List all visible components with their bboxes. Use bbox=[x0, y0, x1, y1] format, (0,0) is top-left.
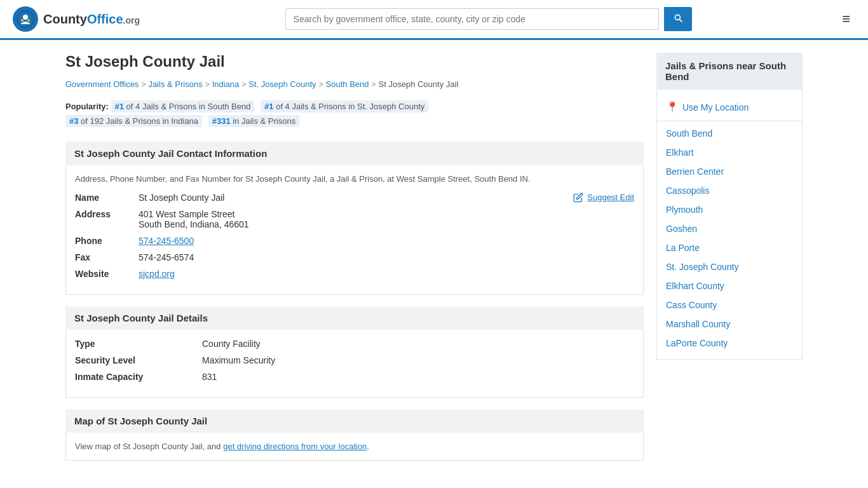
popularity-badge-2: #1 of 4 Jails & Prisons in St. Joseph Co… bbox=[261, 100, 428, 112]
fax-value: 574-245-6574 bbox=[139, 252, 634, 262]
details-section-header: St Joseph County Jail Details bbox=[65, 306, 644, 330]
capacity-label: Inmate Capacity bbox=[75, 372, 202, 382]
search-input[interactable] bbox=[285, 8, 659, 30]
suggest-edit-label: Suggest Edit bbox=[587, 193, 634, 202]
contact-description: Address, Phone Number, and Fax Number fo… bbox=[75, 174, 634, 184]
sidebar-link-goshen[interactable]: Goshen bbox=[657, 219, 802, 238]
breadcrumb-item-indiana[interactable]: Indiana bbox=[212, 79, 240, 89]
popularity-badge-1: #1 of 4 Jails & Prisons in South Bend bbox=[111, 100, 255, 112]
phone-value: 574-245-6500 bbox=[139, 236, 634, 246]
sidebar-link-elkhart-county[interactable]: Elkhart County bbox=[657, 276, 802, 295]
sidebar-link-cassopolis[interactable]: Cassopolis bbox=[657, 181, 802, 200]
breadcrumb-sep-3: > bbox=[241, 80, 246, 89]
logo-icon bbox=[13, 6, 38, 32]
sidebar-link-south-bend[interactable]: South Bend bbox=[657, 124, 802, 143]
contact-section-header: St Joseph County Jail Contact Informatio… bbox=[65, 142, 644, 165]
website-label: Website bbox=[75, 269, 139, 279]
map-desc-text: View map of St Joseph County Jail, and bbox=[75, 442, 221, 451]
breadcrumb-sep-5: > bbox=[372, 80, 376, 89]
svg-point-1 bbox=[23, 15, 28, 20]
security-value: Maximum Security bbox=[202, 355, 275, 365]
contact-section: St Joseph County Jail Contact Informatio… bbox=[65, 142, 644, 295]
sidebar-link-cass-county[interactable]: Cass County bbox=[657, 295, 802, 315]
sidebar-divider bbox=[657, 121, 802, 121]
address-value: 401 West Sample Street South Bend, India… bbox=[139, 209, 634, 229]
sidebar-link-la-porte[interactable]: La Porte bbox=[657, 238, 802, 257]
driving-directions-link[interactable]: get driving directions from your locatio… bbox=[223, 442, 367, 451]
fax-label: Fax bbox=[75, 252, 139, 262]
contact-address-row: Address 401 West Sample Street South Ben… bbox=[75, 209, 634, 229]
details-type-row: Type County Facility bbox=[75, 339, 634, 349]
sidebar-link-plymouth[interactable]: Plymouth bbox=[657, 200, 802, 219]
type-value: County Facility bbox=[202, 339, 261, 349]
sidebar-link-laporte-county[interactable]: LaPorte County bbox=[657, 334, 802, 353]
content-area: St Joseph County Jail Government Offices… bbox=[65, 53, 644, 461]
svg-point-2 bbox=[21, 19, 24, 22]
address-line2: South Bend, Indiana, 46601 bbox=[139, 219, 634, 229]
svg-point-3 bbox=[27, 19, 30, 22]
breadcrumb: Government Offices > Jails & Prisons > I… bbox=[65, 79, 644, 89]
contact-section-body: Address, Phone Number, and Fax Number fo… bbox=[65, 165, 644, 295]
breadcrumb-item-south-bend[interactable]: South Bend bbox=[326, 79, 369, 89]
suggest-edit-icon bbox=[573, 193, 583, 203]
breadcrumb-sep-4: > bbox=[319, 80, 323, 89]
name-label: Name bbox=[75, 193, 139, 203]
breadcrumb-item-st-joseph-county[interactable]: St. Joseph County bbox=[248, 79, 316, 89]
sidebar-link-marshall-county[interactable]: Marshall County bbox=[657, 315, 802, 334]
details-section: St Joseph County Jail Details Type Count… bbox=[65, 306, 644, 398]
map-section-body: View map of St Joseph County Jail, and g… bbox=[65, 433, 644, 461]
phone-label: Phone bbox=[75, 236, 139, 246]
use-location-label: Use My Location bbox=[682, 102, 749, 112]
search-area bbox=[285, 7, 692, 31]
popularity-section: Popularity: #1 of 4 Jails & Prisons in S… bbox=[65, 99, 644, 129]
type-label: Type bbox=[75, 339, 202, 349]
map-description: View map of St Joseph County Jail, and g… bbox=[75, 442, 634, 451]
contact-phone-row: Phone 574-245-6500 bbox=[75, 236, 634, 246]
details-section-body: Type County Facility Security Level Maxi… bbox=[65, 330, 644, 398]
breadcrumb-item-jails[interactable]: Jails & Prisons bbox=[148, 79, 202, 89]
popularity-badge-4: #331 in Jails & Prisons bbox=[208, 115, 300, 127]
contact-website-row: Website sjcpd.org bbox=[75, 269, 634, 279]
suggest-edit-link[interactable]: Suggest Edit bbox=[573, 193, 634, 203]
popularity-badge-3: #3 of 192 Jails & Prisons in Indiana bbox=[65, 115, 202, 127]
details-capacity-row: Inmate Capacity 831 bbox=[75, 372, 634, 382]
sidebar-link-elkhart[interactable]: Elkhart bbox=[657, 143, 802, 162]
capacity-value: 831 bbox=[202, 372, 217, 382]
website-value: sjcpd.org bbox=[139, 269, 634, 279]
map-section-header: Map of St Joseph County Jail bbox=[65, 409, 644, 433]
map-section: Map of St Joseph County Jail View map of… bbox=[65, 409, 644, 461]
name-left: Name St Joseph County Jail bbox=[75, 193, 224, 203]
phone-link[interactable]: 574-245-6500 bbox=[139, 236, 194, 246]
pin-icon: 📍 bbox=[666, 101, 679, 113]
menu-button[interactable]: ≡ bbox=[837, 8, 855, 30]
breadcrumb-item-gov-offices[interactable]: Government Offices bbox=[65, 79, 139, 89]
breadcrumb-sep-1: > bbox=[141, 80, 146, 89]
sidebar-header: Jails & Prisons near South Bend bbox=[656, 53, 803, 90]
details-security-row: Security Level Maximum Security bbox=[75, 355, 634, 365]
breadcrumb-item-current: St Joseph County Jail bbox=[379, 79, 459, 89]
website-link[interactable]: sjcpd.org bbox=[139, 269, 175, 279]
sidebar-body: 📍 Use My Location South Bend Elkhart Ber… bbox=[656, 90, 803, 360]
use-my-location-button[interactable]: 📍 Use My Location bbox=[657, 96, 802, 118]
popularity-label: Popularity: bbox=[65, 102, 109, 111]
breadcrumb-sep-2: > bbox=[205, 80, 210, 89]
security-label: Security Level bbox=[75, 355, 202, 365]
name-value: St Joseph County Jail bbox=[139, 193, 224, 203]
logo-text: CountyOffice.org bbox=[43, 12, 140, 27]
main-container: St Joseph County Jail Government Offices… bbox=[53, 53, 815, 461]
contact-fax-row: Fax 574-245-6574 bbox=[75, 252, 634, 262]
contact-name-row: Name St Joseph County Jail Suggest Edit bbox=[75, 193, 634, 203]
sidebar: Jails & Prisons near South Bend 📍 Use My… bbox=[656, 53, 803, 461]
sidebar-link-st-joseph-county[interactable]: St. Joseph County bbox=[657, 257, 802, 276]
address-line1: 401 West Sample Street bbox=[139, 209, 634, 219]
address-label: Address bbox=[75, 209, 139, 219]
page-title: St Joseph County Jail bbox=[65, 53, 644, 71]
sidebar-link-berrien-center[interactable]: Berrien Center bbox=[657, 162, 802, 181]
map-desc-end: . bbox=[367, 442, 369, 451]
site-header: CountyOffice.org ≡ bbox=[0, 0, 868, 40]
logo: CountyOffice.org bbox=[13, 6, 140, 32]
search-button[interactable] bbox=[664, 7, 692, 31]
